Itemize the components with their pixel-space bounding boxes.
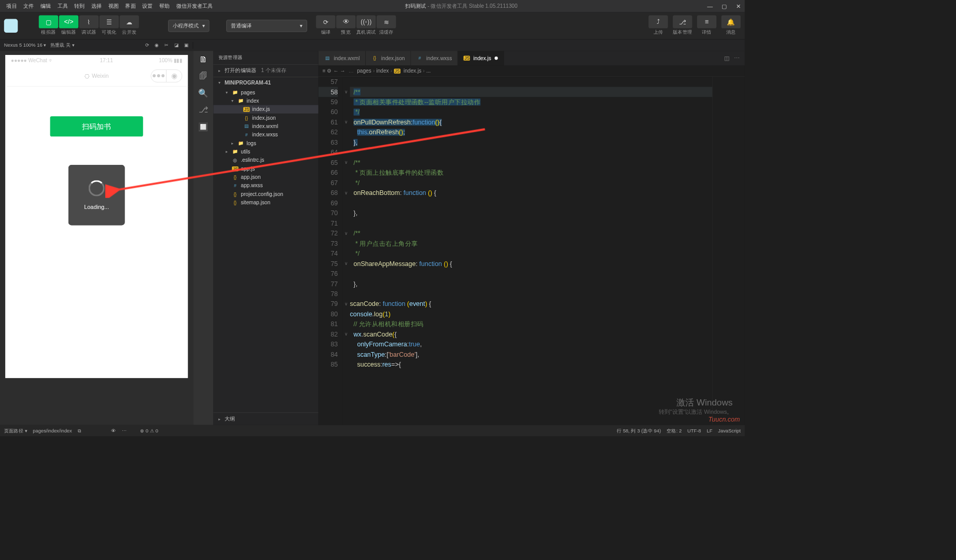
encoding[interactable]: UTF-8 [687,428,701,433]
tool-云开发[interactable]: ☁云开发 [120,16,139,36]
menu-文件[interactable]: 文件 [21,1,37,11]
menu-转到[interactable]: 转到 [72,1,88,11]
menu-工具[interactable]: 工具 [55,1,71,11]
editor-pane: ▤index.wxml{}index.json#index.wxssJSinde… [318,51,745,425]
crumb-pages[interactable]: pages [357,68,371,74]
split-editor-icon[interactable]: ◫ [724,55,729,61]
tree-item-.eslintrc.js[interactable]: ◎.eslintrc.js [213,156,318,164]
menu-视图[interactable]: 视图 [106,1,121,11]
more-icon[interactable]: ⋯ [122,428,127,433]
cursor-position[interactable]: 行 58, 列 3 (选中 94) [617,427,661,434]
tree-item-app.js[interactable]: JSapp.js [213,164,318,173]
tree-item-app.json[interactable]: {}app.json [213,173,318,181]
activity-icon-0[interactable]: 🗎 [199,55,207,64]
tree-item-utils[interactable]: ▸📁utils [213,147,318,156]
activity-icon-2[interactable]: 🔍 [198,88,208,98]
tool-消息[interactable]: 🔔消息 [722,16,741,36]
crumb-index[interactable]: index [376,68,389,74]
tree-item-index.json[interactable]: {}index.json [213,114,318,122]
tab-index.json[interactable]: {}index.json [366,51,411,65]
outline-section[interactable]: ▸大纲 [213,412,318,425]
tree-item-index[interactable]: ▾📁index [213,96,318,105]
tool-可视化[interactable]: ☰可视化 [100,16,119,36]
breadcrumb: ≡ ⚙ ← → … pages›index›JSindex.js›... [318,65,745,77]
project-section[interactable]: ▾MINIPROGRAM-41 [213,77,318,88]
tree-item-project.config.json[interactable]: {}project.config.json [213,190,318,198]
crumb-index.js[interactable]: index.js [404,68,421,74]
tool-编辑器[interactable]: </>编辑器 [59,16,78,36]
secondary-bar: Nexus 5 100% 16 ▾ 热重载 关 ▾ ⟳◉✂◪▣ [0,39,745,51]
phone-preview: ●●●●● WeChatᯤ 17:11 100% ▮▮▮ ◌ Weixin ●●… [5,55,188,378]
open-editors-section[interactable]: ▸打开的编辑器 1 个未保存 [213,64,318,77]
nav-menu-icon[interactable]: ●●● [151,69,167,81]
menu-微信开发者工具[interactable]: 微信开发者工具 [174,1,215,11]
tool-版本管理[interactable]: ⎇版本管理 [673,16,692,36]
tool-模拟器[interactable]: ▢模拟器 [39,16,58,36]
hotreload-toggle[interactable]: 热重载 关 ▾ [50,42,75,49]
editor-tabs: ▤index.wxml{}index.json#index.wxssJSinde… [318,51,745,65]
tree-item-index.wxss[interactable]: #index.wxss [213,131,318,139]
indent-setting[interactable]: 空格: 2 [667,427,682,434]
eol[interactable]: LF [706,428,712,433]
device-select[interactable]: Nexus 5 100% 16 ▾ [4,43,46,48]
menu-界面[interactable]: 界面 [123,1,138,11]
spinner-icon [89,180,105,196]
main-area: ●●●●● WeChatᯤ 17:11 100% ▮▮▮ ◌ Weixin ●●… [0,51,745,425]
explorer-title: 资源管理器 [213,51,318,64]
maximize-button[interactable]: ▢ [722,3,727,9]
menu-选择[interactable]: 选择 [89,1,104,11]
tab-index.wxss[interactable]: #index.wxss [411,51,458,65]
loading-toast: Loading... [68,165,125,226]
tab-more-icon[interactable]: ⋯ [734,55,740,61]
page-path-label[interactable]: 页面路径 ▾ [4,427,27,434]
tree-item-pages[interactable]: ▾📁pages [213,88,318,96]
tree-item-index.js[interactable]: JSindex.js [213,105,318,114]
tool-清缓存[interactable]: ≋清缓存 [377,16,396,36]
project-logo[interactable] [4,19,18,32]
compile-dropdown[interactable]: 普通编译▾ [226,20,307,32]
tool-详情[interactable]: ≡详情 [697,16,716,36]
activity-icon-4[interactable]: 🔲 [198,122,208,132]
close-button[interactable]: ✕ [736,3,741,9]
problems-count[interactable]: ⊗ 0 ⚠ 0 [140,428,158,433]
code-editor[interactable]: 5758596061626364656667686970717273747576… [318,77,745,425]
mode-dropdown[interactable]: 小程序模式▾ [168,20,209,32]
minimize-button[interactable]: — [707,3,713,9]
copy-path-icon[interactable]: ⧉ [78,428,81,433]
crumb-...[interactable]: ... [426,68,431,74]
tool-编译[interactable]: ⟳编译 [316,16,335,36]
explorer-panel: 资源管理器 ▸打开的编辑器 1 个未保存 ▾MINIPROGRAM-41 ▾📁p… [213,51,318,425]
tool-调试器[interactable]: ⌇调试器 [79,16,99,36]
tool-上传[interactable]: ⤴上传 [648,16,668,36]
simbar-icon[interactable]: ◪ [174,43,179,48]
activity-icon-3[interactable]: ⎇ [199,105,208,115]
tree-item-logs[interactable]: ▸📁logs [213,139,318,147]
scan-add-book-button[interactable]: 扫码加书 [50,116,143,136]
simbar-icon[interactable]: ▣ [184,43,189,48]
tab-index.wxml[interactable]: ▤index.wxml [318,51,366,65]
menu-设置[interactable]: 设置 [140,1,156,11]
tree-item-app.wxss[interactable]: #app.wxss [213,181,318,190]
activity-icon-1[interactable]: 🗐 [199,72,207,81]
language-mode[interactable]: JavaScript [718,428,741,433]
tab-index.js[interactable]: JSindex.js [458,51,504,65]
minimap[interactable] [712,77,744,425]
phone-navbar: ◌ Weixin ●●● ◉ [5,65,188,87]
tool-真机调试[interactable]: ((◦))真机调试 [356,16,376,36]
titlebar: 项目文件编辑工具转到选择视图界面设置帮助微信开发者工具 扫码测试 - 微信开发者… [0,0,745,12]
simbar-icon[interactable]: ◉ [155,43,159,48]
tree-item-index.wxml[interactable]: ▤index.wxml [213,122,318,130]
menu-帮助[interactable]: 帮助 [157,1,172,11]
main-toolbar: ▢模拟器</>编辑器⌇调试器☰可视化☁云开发 小程序模式▾ 普通编译▾ ⟳编译👁… [0,12,745,39]
simbar-icon[interactable]: ✂ [164,43,169,48]
nav-close-icon[interactable]: ◉ [167,69,182,81]
tree-item-sitemap.json[interactable]: {}sitemap.json [213,198,318,206]
menu-项目[interactable]: 项目 [4,1,20,11]
eye-icon[interactable]: 👁 [111,428,116,433]
editor-nav-icons[interactable]: ≡ ⚙ ← → [323,68,345,74]
tool-预览[interactable]: 👁预览 [336,16,355,36]
menu-编辑[interactable]: 编辑 [38,1,53,11]
window-controls: — ▢ ✕ [707,3,741,9]
simbar-icon[interactable]: ⟳ [145,43,149,48]
page-path[interactable]: pages/index/index [33,428,72,433]
